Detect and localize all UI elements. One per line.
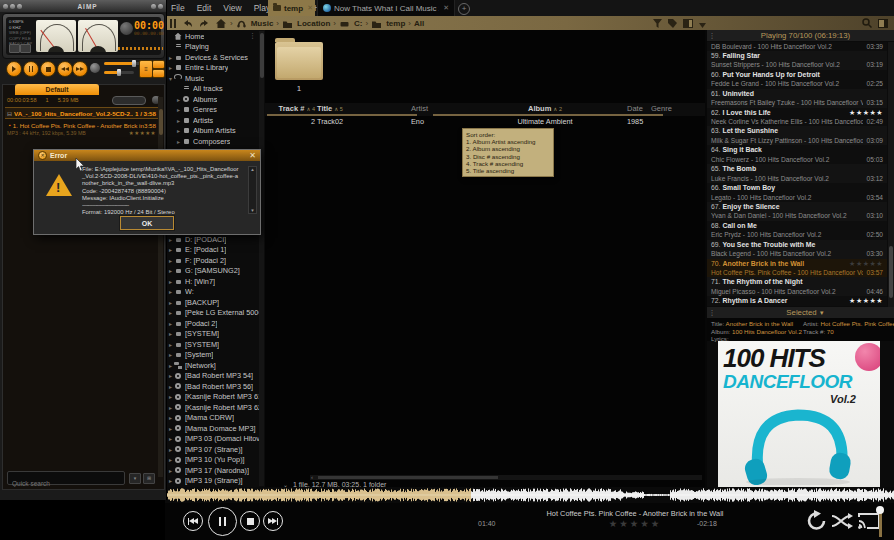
menu-kebab-icon[interactable]: ⋮ (707, 310, 717, 315)
sidebar-item--bad-robert-mp3-54-[interactable]: ▸[Bad Robert MP3 54] (167, 371, 261, 382)
expand-arrow-icon[interactable]: ▸ (167, 435, 174, 442)
sidebar-item-entire-library[interactable]: ▸Entire Library (167, 63, 261, 74)
sidebar-item--podaci-2-[interactable]: ▸[Podaci 2] (167, 318, 261, 329)
volume-knob[interactable] (876, 506, 884, 514)
close-button[interactable] (158, 4, 163, 9)
expand-arrow-icon[interactable]: ▸ (167, 246, 174, 253)
playlist-track-72[interactable]: 72.Rhythm is A Dancer★★★★★ (707, 296, 887, 305)
expand-arrow-icon[interactable]: ▸ (167, 362, 174, 369)
expand-arrow-icon[interactable]: ▸ (167, 383, 174, 390)
error-dialog-titlebar[interactable]: ✕ Error ✕ (34, 150, 260, 161)
cast-icon[interactable] (857, 512, 881, 534)
aimp-progress-dashes[interactable] (118, 47, 163, 50)
column-header-title[interactable]: Title∧ 5 (317, 104, 409, 113)
minimize-button[interactable] (151, 4, 156, 9)
expand-arrow-icon[interactable]: ▸ (167, 393, 174, 400)
close-tab-icon[interactable]: ✕ (443, 4, 449, 12)
expand-arrow-icon[interactable]: ▸ (175, 96, 182, 103)
playlist-track-70[interactable]: 70.Another Brick in the Wall★★★★★Hot Cof… (707, 259, 887, 278)
column-header-genre[interactable]: Genre (651, 104, 691, 113)
sidebar-item-all-tracks[interactable]: All tracks (175, 84, 265, 95)
sidebar-item-artists[interactable]: ▸Artists (175, 115, 265, 126)
window-button[interactable] (17, 4, 22, 9)
playlist-track-68[interactable]: 68.Call on MeEric Prydz - 100 Hits Dance… (707, 221, 887, 240)
sidebar-item-album-artists[interactable]: ▸Album Artists (175, 126, 265, 137)
playlist-track-65[interactable]: 65.The BombLuke Francis - 100 Hits Dance… (707, 164, 887, 183)
menu-kebab-icon[interactable]: ⋮ (707, 33, 717, 38)
sidebar-item-g-samsung2-[interactable]: ▸G: [SAMSUNG2] (167, 266, 261, 277)
stop-button[interactable] (240, 511, 260, 531)
expand-arrow-icon[interactable]: ▸ (167, 267, 174, 274)
expand-arrow-icon[interactable]: ▸ (175, 127, 182, 134)
expand-arrow-icon[interactable]: ▸ (167, 236, 174, 243)
sidebar-item--system-[interactable]: ▸[SYSTEM] (167, 329, 261, 340)
aimp-playlist-tab[interactable]: Default (15, 84, 99, 95)
sidebar-item--kasnije-robert-mp3-62-[interactable]: ▸[Kasnije Robert MP3 62] (167, 402, 261, 413)
expand-arrow-icon[interactable]: ▸ (167, 54, 174, 61)
expand-arrow-icon[interactable]: ▸ (167, 64, 174, 71)
scroll-left-icon[interactable]: ‹ (311, 474, 313, 480)
expand-arrow-icon[interactable]: ▸ (167, 425, 174, 432)
aimp-next-button[interactable] (72, 61, 88, 77)
aimp-playlist-pill-button[interactable] (112, 96, 146, 105)
expand-arrow-icon[interactable]: ▸ (167, 330, 174, 337)
close-tab-icon[interactable]: ✕ (307, 4, 313, 12)
next-button[interactable] (263, 511, 283, 531)
sidebar-item-w-[interactable]: ▸W: (167, 287, 261, 298)
sidebar-item--bad-robert-mp3-56-[interactable]: ▸[Bad Robert MP3 56] (167, 381, 261, 392)
playlist-track-63[interactable]: 63.Let the SunshineMilk & Sugar Ft Lizzy… (707, 126, 887, 145)
expand-arrow-icon[interactable]: ▸ (167, 351, 174, 358)
quick-search-option-icon[interactable]: ⊞ (143, 473, 155, 484)
breadcrumb-item-c-[interactable]: C: (354, 19, 362, 28)
expand-arrow-icon[interactable]: ▸ (167, 404, 174, 411)
rating-stars[interactable]: ★★★★★ (849, 259, 883, 268)
playlist-track-58[interactable]: DB Boulevard - 100 Hits Dancefloor Vol.2… (707, 42, 887, 51)
expand-arrow-icon[interactable]: ▾ (167, 75, 174, 82)
aimp-mini-button[interactable] (20, 44, 31, 53)
pause-button[interactable] (208, 507, 237, 536)
sidebar-item-d-podaci-[interactable]: ▸D: [PODACI] (167, 234, 261, 245)
aimp-previous-button[interactable] (57, 61, 73, 77)
sidebar-item-genres[interactable]: ▸Genres (175, 105, 265, 116)
column-header-track-[interactable]: Track #∧ 4 (269, 104, 315, 113)
sidebar-options-icon[interactable]: ⋮ (249, 32, 256, 40)
new-tab-button[interactable]: + (458, 3, 470, 15)
aimp-playlist-button[interactable]: ≡ (139, 60, 153, 78)
album-art[interactable]: 100 HITS DANCEFLOOR Vol.2 (718, 341, 880, 487)
sidebar-item-composers[interactable]: ▸Composers (175, 136, 265, 147)
sidebar-item-h-win7-[interactable]: ▸H: [Win7] (167, 276, 261, 287)
breadcrumb-item-music[interactable]: Music (251, 19, 274, 28)
table-row[interactable]: 2Track02EnoUltimate Ambient1985 (265, 117, 705, 128)
quick-search-box[interactable] (7, 471, 125, 485)
expand-arrow-icon[interactable]: ▸ (167, 309, 174, 316)
aimp-play-button[interactable] (6, 61, 22, 77)
sidebar-item-albums[interactable]: ▸Albums (175, 94, 265, 105)
expand-arrow-icon[interactable]: ▸ (175, 106, 182, 113)
aimp-titlebar[interactable]: AIMP (0, 0, 166, 12)
window-button[interactable] (3, 4, 8, 9)
aimp-menu-button[interactable] (152, 69, 165, 78)
collapse-group-icon[interactable]: ⊟ (7, 110, 12, 117)
playing-header[interactable]: ⋮ Playing 70/100 (06:19:13) (707, 30, 894, 41)
playlist-track-61[interactable]: 61.UninvitedFreemasons Ft Bailey Tzuke -… (707, 89, 887, 108)
expand-arrow-icon[interactable]: ▸ (167, 467, 174, 474)
expand-arrow-icon[interactable]: ▸ (175, 138, 182, 145)
sidebar-item--backup-[interactable]: ▸[BACKUP] (167, 297, 261, 308)
aimp-stop-button[interactable] (40, 61, 56, 77)
sidebar-item--network-[interactable]: ▸[Network] (167, 360, 261, 371)
expand-arrow-icon[interactable]: ▸ (167, 288, 174, 295)
ok-button[interactable]: OK (120, 216, 174, 230)
selected-header[interactable]: ⋮ Selected▼ (707, 307, 894, 318)
sidebar-item-f-podaci-2-[interactable]: ▸F: [Podaci 2] (167, 255, 261, 266)
playlist-track-67[interactable]: 67.Enjoy the SilenceYvan & Dan Daniel - … (707, 202, 887, 221)
quick-search-option-icon[interactable]: ▾ (129, 473, 141, 484)
expand-arrow-icon[interactable]: ▸ (167, 341, 174, 348)
aimp-track-stars[interactable]: ★★★★★ (129, 130, 156, 136)
sidebar-item-playing[interactable]: Playing (167, 42, 261, 53)
rating-stars[interactable]: ★★★★★ (849, 108, 883, 117)
sidebar-scrollbar[interactable] (259, 31, 264, 486)
expand-arrow-icon[interactable]: ▸ (167, 278, 174, 285)
folder-icon[interactable] (275, 42, 323, 80)
expand-arrow-icon[interactable]: ▸ (167, 446, 174, 453)
sidebar-item--peke-lg-external-500g[interactable]: ▸[Peke LG External 500G (167, 308, 261, 319)
